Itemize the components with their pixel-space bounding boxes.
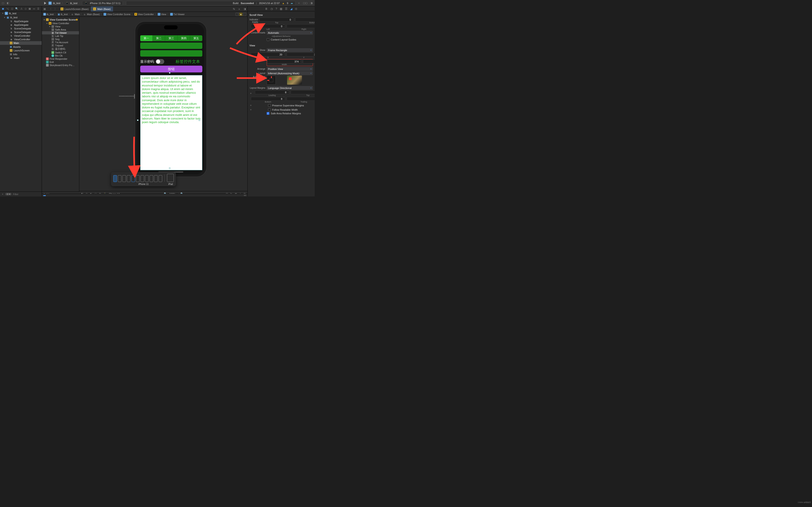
- resize-handle[interactable]: [199, 119, 200, 121]
- warning-count[interactable]: 9: [287, 2, 288, 5]
- navigator-selector[interactable]: ▣ ⌥ ◻ 🔍 ⚠ ◇ ▦ ▭ ☰: [0, 6, 42, 11]
- next-issue-icon[interactable]: 〉: [243, 13, 246, 16]
- forward-icon[interactable]: 〉: [53, 7, 58, 11]
- report-nav-icon[interactable]: ☰: [37, 7, 39, 10]
- library-icon[interactable]: ▢▢: [303, 2, 307, 5]
- nav-item[interactable]: ⌾Main: [0, 41, 42, 45]
- sidebar-toggle-icon[interactable]: ▢: [2, 2, 4, 5]
- outline-txtaccount[interactable]: FTxt Account: [42, 41, 79, 44]
- outline-exit[interactable]: ⎋Exit: [42, 60, 79, 64]
- test-nav-icon[interactable]: ◇: [25, 7, 27, 10]
- frame-width[interactable]: ˄˅: [267, 60, 302, 63]
- tab-launchscreen[interactable]: ⌾LaunchScreen (Base): [58, 6, 91, 11]
- scheme-name[interactable]: ib_test: [53, 2, 60, 5]
- destination-device[interactable]: iPhone 15 Pro Max (17.0.1): [90, 2, 120, 5]
- txt-viewer[interactable]: Lorem ipsum dolor sit er elit lamet, con…: [140, 75, 202, 170]
- find-nav-icon[interactable]: 🔍: [15, 7, 18, 10]
- related-items-icon[interactable]: ▦: [42, 7, 47, 10]
- inspector-toggle-icon[interactable]: ◨: [310, 2, 312, 5]
- nav-item[interactable]: mSceneDelegate: [0, 30, 42, 34]
- inspector-selector[interactable]: 🗎 ◷ ? ▦ ☰ ◢ ⊙: [248, 6, 315, 11]
- margin-top[interactable]: ˄˅: [291, 90, 315, 94]
- insets-bottom[interactable]: ˄˅: [295, 18, 315, 21]
- outline-txtviewer[interactable]: ▤Txt Viewer: [42, 31, 79, 35]
- outline-switch[interactable]: ●Switch Ctl: [42, 51, 79, 54]
- add-preserve-icon[interactable]: ＋: [249, 103, 252, 107]
- preserve-margins-check[interactable]: [268, 104, 271, 107]
- scm-nav-icon[interactable]: ⌥: [6, 7, 9, 10]
- jump-bar[interactable]: Aib_test〉 ▣ib_test〉 ⌾Main〉 ⌾Main (Base)〉…: [42, 12, 247, 17]
- outline-vc[interactable]: ▾●View Controller: [42, 22, 79, 25]
- device-option[interactable]: [127, 175, 131, 182]
- nav-item[interactable]: hViewController: [0, 34, 42, 38]
- split-editor-icon[interactable]: ◨: [242, 7, 247, 10]
- readable-width-check[interactable]: [268, 108, 271, 111]
- device-option[interactable]: [154, 175, 158, 182]
- nav-item[interactable]: hSceneDelegate: [0, 27, 42, 30]
- nav-item[interactable]: mmain: [0, 56, 42, 60]
- outline-safearea[interactable]: ◻Safe Area: [42, 28, 79, 31]
- device-option[interactable]: [150, 175, 153, 182]
- layout-select[interactable]: Inferred (Autoresizing Mask): [267, 71, 313, 75]
- insets-right[interactable]: ˄˅: [287, 24, 315, 28]
- segmented-control[interactable]: 第一 第二 第三 第四 第五: [140, 35, 202, 41]
- device-option[interactable]: [141, 175, 144, 182]
- console-icon[interactable]: ▭: [244, 194, 246, 196]
- nav-item[interactable]: mViewController: [0, 38, 42, 41]
- issue-indicator[interactable]: ▲: [239, 13, 242, 16]
- outline-txtpwd[interactable]: FTxtpwd: [42, 44, 79, 47]
- back-icon[interactable]: 〈: [47, 7, 53, 11]
- outline-view[interactable]: ▾▢View: [42, 25, 79, 28]
- device-option[interactable]: [136, 175, 140, 182]
- nav-item[interactable]: ⌾LaunchScreen: [0, 49, 42, 52]
- resize-handle[interactable]: [137, 119, 139, 121]
- file-inspector-icon[interactable]: 🗎: [265, 7, 268, 10]
- nav-item[interactable]: ▦Info: [0, 52, 42, 56]
- outline-entry[interactable]: →Storyboard Entry Po…: [42, 64, 79, 67]
- nav-item[interactable]: mAppDelegate: [0, 23, 42, 27]
- tab-main[interactable]: ⌾Main (Base): [91, 6, 113, 11]
- add-readable-icon[interactable]: ＋: [249, 108, 252, 112]
- resize-handle[interactable]: [169, 72, 170, 73]
- project-root[interactable]: ▾A ib_test: [0, 11, 42, 15]
- ib-canvas[interactable]: ────▶ 第一 第二 第三 第四 第五: [79, 17, 247, 196]
- safearea-margins-check[interactable]: [267, 112, 269, 115]
- add-margin-icon[interactable]: ＋: [249, 92, 252, 95]
- navigator-filter[interactable]: [13, 193, 44, 195]
- outline-scene[interactable]: ▾ View Controller Scene: [42, 18, 79, 22]
- device-option[interactable]: [118, 175, 121, 182]
- outline-firstresponder[interactable]: 1First Responder: [42, 57, 79, 60]
- frame-height[interactable]: ˄˅: [303, 60, 315, 63]
- device-option-ipad[interactable]: [167, 174, 174, 182]
- help-inspector-icon[interactable]: ?: [275, 7, 277, 10]
- prev-issue-icon[interactable]: 〈: [236, 13, 239, 16]
- margin-trailing[interactable]: ˄˅: [287, 97, 315, 101]
- device-option[interactable]: [113, 175, 117, 182]
- layout-margins-select[interactable]: Language Directional: [267, 86, 313, 90]
- margin-leading[interactable]: ˄˅: [255, 90, 289, 94]
- project-group[interactable]: ▾▣ ib_test: [0, 15, 42, 19]
- issue-nav-icon[interactable]: ⚠: [20, 7, 23, 10]
- autoresizing-control[interactable]: [267, 75, 276, 84]
- device-option[interactable]: [145, 175, 149, 182]
- minimap-icon[interactable]: ⇆: [231, 7, 237, 10]
- account-field[interactable]: [140, 43, 202, 49]
- content-layout-guides-check[interactable]: [267, 38, 269, 41]
- frame-y[interactable]: ˄˅: [287, 53, 315, 56]
- password-field[interactable]: [140, 50, 202, 57]
- outline-labtip[interactable]: LLab Tip: [42, 35, 79, 38]
- show-password-switch[interactable]: [156, 59, 164, 64]
- folder-nav-icon[interactable]: ▣: [2, 7, 4, 10]
- size-inspector-icon[interactable]: ◢: [290, 7, 292, 10]
- device-option[interactable]: [159, 175, 162, 182]
- insets-top[interactable]: ˄˅: [259, 18, 294, 21]
- nav-item[interactable]: ▣Assets: [0, 45, 42, 49]
- sidebar-panel-icon[interactable]: ◧: [7, 2, 9, 5]
- resize-handle[interactable]: [169, 168, 170, 169]
- outline-seg[interactable]: ◌Seg: [42, 38, 79, 41]
- identity-inspector-icon[interactable]: ▦: [280, 7, 282, 10]
- adjust-editor-icon[interactable]: ≡: [237, 8, 242, 10]
- outline-pwdlabel[interactable]: L显示密码:: [42, 47, 79, 51]
- outline-btnok[interactable]: BBtn Ok: [42, 54, 79, 57]
- filter-pill[interactable]: ⊙▾: [5, 193, 11, 195]
